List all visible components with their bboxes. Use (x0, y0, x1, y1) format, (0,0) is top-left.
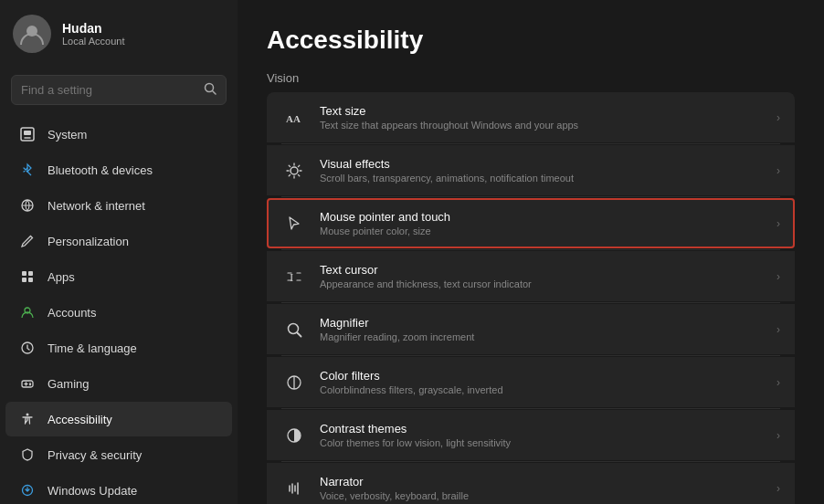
nav-list: System Bluetooth & devices Network & int… (0, 116, 238, 504)
setting-title-text-cursor: Text cursor (320, 263, 764, 277)
text-size-icon: AA (281, 105, 307, 131)
avatar (13, 15, 51, 53)
sidebar-item-network[interactable]: Network & internet (5, 188, 232, 223)
network-icon (18, 196, 37, 215)
setting-text-magnifier: Magnifier Magnifier reading, zoom increm… (320, 316, 764, 342)
setting-item-magnifier[interactable]: Magnifier Magnifier reading, zoom increm… (267, 304, 795, 354)
setting-text-text-size: Text size Text size that appears through… (320, 104, 764, 131)
chevron-icon: › (776, 164, 780, 177)
sidebar-item-label: Gaming (48, 377, 90, 391)
svg-point-13 (26, 414, 29, 416)
user-profile[interactable]: Hudan Local Account (0, 0, 238, 68)
setting-text-visual-effects: Visual effects Scroll bars, transparency… (320, 157, 764, 184)
sidebar-item-apps[interactable]: Apps (5, 259, 232, 294)
sidebar-item-accessibility[interactable]: Accessibility (5, 402, 232, 436)
contrast-themes-icon (281, 423, 307, 448)
setting-item-narrator[interactable]: Narrator Voice, verbosity, keyboard, bra… (267, 463, 795, 504)
svg-rect-7 (28, 271, 33, 276)
setting-desc-magnifier: Magnifier reading, zoom increment (320, 331, 764, 342)
search-icon (204, 82, 217, 98)
setting-item-mouse-pointer[interactable]: Mouse pointer and touch Mouse pointer co… (267, 198, 795, 248)
user-info: Hudan Local Account (62, 21, 125, 47)
svg-rect-9 (28, 278, 33, 282)
sidebar-item-accounts[interactable]: Accounts (5, 295, 232, 330)
search-container (0, 68, 238, 116)
system-icon (18, 125, 37, 143)
svg-rect-6 (22, 271, 26, 276)
svg-text:I: I (290, 270, 293, 284)
sidebar-item-gaming[interactable]: Gaming (5, 366, 232, 401)
setting-title-visual-effects: Visual effects (320, 157, 764, 171)
privacy-icon (18, 446, 37, 464)
setting-title-magnifier: Magnifier (320, 316, 764, 330)
magnifier-icon (281, 317, 307, 342)
accounts-icon (18, 303, 37, 321)
sidebar-item-label: Network & internet (48, 199, 145, 213)
gaming-icon (18, 374, 37, 393)
divider (281, 355, 780, 356)
sidebar-item-label: Personalization (48, 235, 129, 248)
user-name: Hudan (62, 21, 125, 36)
search-box[interactable] (11, 75, 227, 105)
chevron-icon: › (776, 270, 780, 283)
sidebar-item-label: Accounts (48, 306, 96, 320)
setting-item-color-filters[interactable]: Color filters Colorblindness filters, gr… (267, 357, 795, 407)
settings-list: AA Text size Text size that appears thro… (267, 92, 795, 504)
sidebar-item-label: Windows Update (48, 484, 137, 498)
color-filters-icon (281, 370, 307, 395)
setting-item-visual-effects[interactable]: Visual effects Scroll bars, transparency… (267, 145, 795, 195)
svg-point-16 (291, 167, 298, 174)
mouse-pointer-icon (281, 211, 307, 236)
setting-desc-mouse-pointer: Mouse pointer color, size (320, 226, 764, 236)
setting-title-mouse-pointer: Mouse pointer and touch (320, 210, 764, 224)
setting-desc-color-filters: Colorblindness filters, grayscale, inver… (320, 384, 764, 395)
search-input[interactable] (21, 83, 196, 97)
setting-title-text-size: Text size (320, 104, 764, 118)
svg-line-19 (298, 332, 301, 336)
sidebar-item-system[interactable]: System (5, 117, 232, 152)
sidebar-item-label: Bluetooth & devices (48, 163, 153, 177)
sidebar: Hudan Local Account System Bluetooth & d… (0, 0, 238, 504)
setting-desc-visual-effects: Scroll bars, transparency, animations, n… (320, 173, 764, 184)
time-icon (18, 339, 37, 357)
sidebar-item-label: System (48, 128, 87, 142)
chevron-icon: › (776, 482, 780, 495)
setting-desc-narrator: Voice, verbosity, keyboard, braille (320, 490, 764, 501)
setting-desc-contrast-themes: Color themes for low vision, light sensi… (320, 437, 764, 448)
setting-item-text-cursor[interactable]: I Text cursor Appearance and thickness, … (267, 251, 795, 301)
svg-point-18 (289, 323, 299, 333)
user-type: Local Account (62, 36, 125, 47)
setting-item-contrast-themes[interactable]: Contrast themes Color themes for low vis… (267, 410, 795, 460)
sidebar-item-windows-update[interactable]: Windows Update (5, 473, 232, 504)
svg-rect-8 (22, 278, 26, 282)
sidebar-item-bluetooth[interactable]: Bluetooth & devices (5, 152, 232, 187)
setting-desc-text-size: Text size that appears throughout Window… (320, 120, 764, 131)
divider (281, 302, 780, 303)
sidebar-item-label: Apps (48, 270, 75, 284)
chevron-icon: › (776, 376, 780, 389)
visual-effects-icon (281, 158, 307, 184)
chevron-icon: › (776, 111, 780, 124)
chevron-icon: › (776, 217, 780, 230)
bluetooth-icon (18, 161, 37, 179)
page-title: Accessibility (267, 26, 795, 55)
svg-text:AA: AA (286, 113, 301, 124)
sidebar-item-personalization[interactable]: Personalization (5, 224, 232, 258)
narrator-icon (281, 476, 307, 501)
chevron-icon: › (776, 429, 780, 442)
divider (281, 143, 780, 144)
sidebar-item-time[interactable]: Time & language (5, 331, 232, 365)
setting-text-text-cursor: Text cursor Appearance and thickness, te… (320, 263, 764, 289)
divider (281, 196, 780, 197)
sidebar-item-label: Time & language (48, 341, 137, 355)
setting-desc-text-cursor: Appearance and thickness, text cursor in… (320, 278, 764, 289)
setting-item-text-size[interactable]: AA Text size Text size that appears thro… (267, 92, 795, 142)
sidebar-item-label: Accessibility (48, 413, 112, 426)
main-content: Accessibility Vision AA Text size Text s… (238, 0, 824, 504)
sidebar-item-privacy[interactable]: Privacy & security (5, 437, 232, 472)
setting-title-color-filters: Color filters (320, 369, 764, 383)
personalization-icon (18, 232, 37, 250)
text-cursor-icon: I (281, 264, 307, 289)
setting-text-mouse-pointer: Mouse pointer and touch Mouse pointer co… (320, 210, 764, 236)
section-label: Vision (267, 71, 795, 85)
